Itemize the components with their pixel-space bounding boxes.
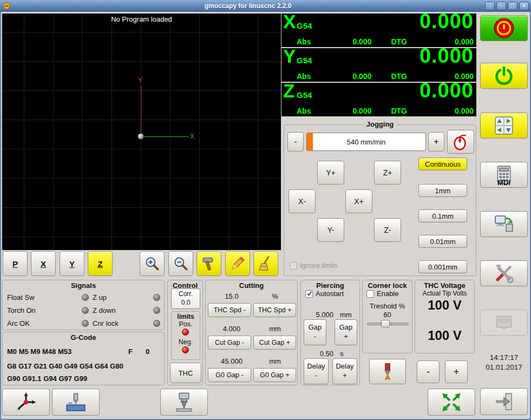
pierce-gap-increase-button[interactable]: Gap + — [335, 319, 357, 345]
tool-dimensions-button[interactable] — [196, 251, 221, 276]
g0-gap-decrease-button[interactable]: G0 Gap - — [208, 368, 251, 382]
neg-limit-label: Neg. — [172, 338, 200, 346]
thc-speed-increase-button[interactable]: THC Spd + — [253, 303, 296, 317]
tool-change-button[interactable] — [160, 389, 208, 416]
jog-z-plus-button[interactable]: Z+ — [374, 161, 401, 185]
pierce-delay-value: 0.50 — [305, 350, 333, 358]
view-x-button[interactable]: X — [31, 251, 56, 276]
jogging-title: Jogging — [284, 120, 476, 128]
view-y-button[interactable]: Y — [60, 251, 84, 276]
jog-speed-decrease-button[interactable]: - — [287, 132, 304, 152]
actual-tip-volts-label: Actual Tip Volts — [415, 290, 474, 297]
jog-continuous-button[interactable]: Continuous — [418, 158, 467, 170]
zoom-out-button[interactable] — [168, 251, 193, 276]
volts-increase-button[interactable]: + — [445, 360, 468, 383]
limits-title: limits — [172, 313, 200, 320]
view-front-button[interactable]: P — [3, 251, 28, 276]
manual-mode-button[interactable] — [480, 113, 528, 139]
cutting-panel: Cutting 15.0 % THC Spd - THC Spd + 4.000… — [205, 280, 298, 385]
maximize-button[interactable]: □ — [508, 2, 517, 10]
dro-axis-letter: Y — [283, 45, 296, 67]
tip-volts-value: 100 V — [415, 298, 474, 313]
thc-button[interactable]: THC — [170, 363, 201, 383]
computer-machine-icon — [493, 213, 515, 235]
thc-speed-decrease-button[interactable]: THC Spd - — [208, 303, 251, 317]
pierce-delay-increase-button[interactable]: Delay + — [332, 358, 357, 384]
jog-increment-01mm-button[interactable]: 0.1mm — [418, 209, 467, 222]
view-z-button[interactable]: Z — [88, 251, 113, 276]
view-x-label: X — [41, 259, 46, 268]
corner-lock-enable-checkbox[interactable]: Enable — [366, 290, 398, 298]
ignore-limits-label: Ignore limits — [300, 261, 338, 270]
dro-row-y[interactable]: Y G54 0.000 Abs 0.000 DTG 0.000 — [281, 48, 476, 82]
pierce-delay-decrease-button[interactable]: Delay - — [304, 358, 329, 384]
dro-row-z[interactable]: Z G54 0.000 Abs 0.000 DTG 0.000 — [281, 83, 476, 116]
dro-abs-label: Abs — [297, 107, 311, 115]
close-button[interactable]: ✕ — [519, 2, 529, 10]
view-front-label: P — [12, 259, 18, 268]
clock: 14:17:17 01.01.2017 — [480, 353, 528, 372]
threshold-slider-handle[interactable] — [381, 320, 390, 327]
jog-x-plus-button[interactable]: X+ — [345, 189, 372, 213]
touch-off-button[interactable] — [2, 389, 50, 416]
jog-speed-bar[interactable]: 540 mm/min — [306, 133, 426, 151]
edit-program-button[interactable] — [225, 251, 250, 276]
corner-lock-title: Corner lock — [363, 281, 412, 290]
piercing-title: Piercing — [301, 281, 359, 290]
cut-gap-decrease-button[interactable]: Cut Gap - — [208, 336, 251, 350]
dro-position-value: 0.000 — [419, 79, 474, 102]
pierce-gap-decrease-button[interactable]: Gap - — [304, 319, 326, 345]
jog-speed-increase-button[interactable]: + — [428, 132, 444, 152]
jog-increment-001mm-button[interactable]: 0.01mm — [418, 235, 467, 248]
dro-row-x[interactable]: X G54 0.000 Abs 0.000 DTG 0.000 — [281, 14, 476, 47]
shade-window-button[interactable]: ↑ — [485, 2, 495, 10]
feed-code-label: F — [128, 347, 133, 356]
view-y-label: Y — [69, 259, 75, 268]
dro-axis-letter: Z — [283, 80, 294, 102]
zoom-in-icon — [143, 255, 161, 272]
target-volts-value: 100 V — [415, 328, 474, 343]
g0-gap-increase-button[interactable]: G0 Gap + — [253, 368, 296, 382]
ignore-limits-checkbox[interactable]: Ignore limits — [290, 261, 338, 270]
threshold-slider[interactable] — [367, 319, 409, 328]
jog-pad-icon — [493, 115, 515, 136]
dro-coord-system: G54 — [297, 90, 312, 100]
active-m-codes: M0 M5 M9 M48 M53 — [7, 347, 71, 356]
clear-plot-button[interactable] — [253, 251, 278, 276]
fullscreen-button[interactable] — [428, 389, 475, 416]
volts-decrease-button[interactable]: - — [417, 360, 440, 383]
jog-y-plus-button[interactable]: Y+ — [317, 161, 344, 185]
jog-x-minus-button[interactable]: X- — [289, 189, 316, 213]
neg-limit-led — [182, 346, 189, 353]
gremlin-preview-area[interactable]: No Program loaded Y X — [2, 14, 281, 250]
settings-button[interactable] — [480, 260, 528, 286]
float-switch-label: Float Sw — [7, 293, 35, 301]
block-height-button[interactable] — [52, 389, 100, 416]
jog-increment-0001mm-button[interactable]: 0.001mm — [418, 260, 467, 273]
minimize-button[interactable]: − — [496, 2, 506, 10]
jog-z-minus-button[interactable]: Z- — [374, 218, 401, 242]
g0-gap-value: 45.000 — [215, 357, 248, 365]
mouse-jog-button[interactable] — [447, 130, 474, 154]
preview-message: No Program loaded — [2, 15, 281, 23]
torch-button[interactable] — [369, 359, 406, 384]
threshold-label: Treshold % — [363, 302, 412, 310]
auto-mode-button[interactable] — [480, 211, 528, 237]
z-down-led — [153, 307, 160, 314]
pos-limit-label: Pos. — [172, 320, 200, 328]
pos-limit-led — [182, 329, 189, 336]
mdi-mode-button[interactable]: MDI — [480, 162, 528, 188]
torch-flame-icon — [377, 362, 398, 382]
estop-button[interactable] — [480, 15, 528, 41]
cutting-title: Cutting — [206, 281, 297, 290]
jog-y-minus-button[interactable]: Y- — [317, 218, 344, 242]
jog-increment-1mm-button[interactable]: 1mm — [418, 184, 467, 197]
z-up-label: Z up — [93, 293, 107, 301]
zoom-in-button[interactable] — [140, 251, 165, 276]
autostart-checkbox[interactable]: Autostart — [305, 290, 344, 298]
tools-icon — [493, 262, 515, 284]
dro-abs-value: 0.000 — [311, 72, 371, 81]
cut-gap-increase-button[interactable]: Cut Gap + — [253, 336, 296, 350]
exit-button[interactable] — [480, 388, 528, 415]
power-button[interactable] — [480, 63, 528, 89]
